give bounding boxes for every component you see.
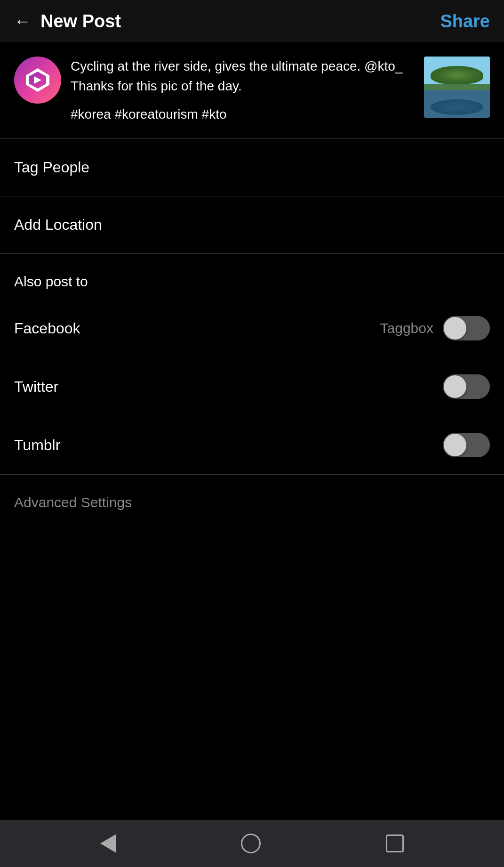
nav-recent-button[interactable] (376, 830, 413, 857)
avatar-image (14, 57, 61, 104)
twitter-label: Twitter (14, 378, 58, 396)
advanced-settings-item[interactable]: Advanced Settings (0, 475, 504, 530)
nav-recent-icon (386, 835, 404, 852)
tumblr-right (443, 433, 490, 457)
taggbox-label: Taggbox (380, 320, 433, 336)
avatar-logo-icon (24, 66, 52, 94)
back-button[interactable]: ← New Post (14, 11, 121, 32)
add-location-item[interactable]: Add Location (0, 196, 504, 253)
header: ← New Post Share (0, 0, 504, 42)
tumblr-toggle-knob (444, 434, 466, 456)
twitter-left: Twitter (14, 378, 58, 396)
advanced-settings-label: Advanced Settings (14, 494, 132, 510)
twitter-right (443, 374, 490, 399)
also-post-label: Also post to (14, 274, 88, 289)
facebook-toggle-knob (444, 317, 466, 340)
post-hashtags: #korea #koreatourism #kto (71, 105, 415, 124)
facebook-right: Taggbox (380, 316, 490, 340)
tumblr-item: Tumblr (0, 416, 504, 474)
twitter-toggle-knob (444, 375, 466, 398)
content-spacer (0, 530, 504, 820)
thumbnail-visual (424, 57, 490, 118)
twitter-item: Twitter (0, 357, 504, 416)
tumblr-left: Tumblr (14, 437, 60, 454)
bottom-navigation (0, 820, 504, 867)
nav-back-button[interactable] (91, 829, 126, 858)
post-text-content: Cycling at the river side, gives the ult… (71, 57, 415, 124)
tag-people-item[interactable]: Tag People (0, 139, 504, 196)
avatar (14, 57, 61, 104)
facebook-left: Facebook (14, 320, 80, 337)
also-post-section: Also post to (0, 254, 504, 299)
nav-back-icon (100, 834, 116, 853)
post-thumbnail-image (424, 57, 490, 118)
nav-home-icon (241, 834, 261, 853)
back-arrow-icon: ← (14, 13, 31, 30)
facebook-item: Facebook Taggbox (0, 299, 504, 357)
twitter-toggle[interactable] (443, 374, 490, 399)
page-title: New Post (40, 11, 121, 32)
facebook-label: Facebook (14, 320, 80, 337)
tumblr-toggle[interactable] (443, 433, 490, 457)
add-location-label: Add Location (14, 216, 102, 234)
facebook-toggle[interactable] (443, 316, 490, 340)
tag-people-label: Tag People (14, 159, 89, 176)
nav-home-button[interactable] (232, 829, 270, 858)
tumblr-label: Tumblr (14, 437, 60, 454)
share-button[interactable]: Share (440, 11, 490, 32)
post-caption: Cycling at the river side, gives the ult… (71, 57, 415, 96)
post-preview: Cycling at the river side, gives the ult… (0, 42, 504, 138)
